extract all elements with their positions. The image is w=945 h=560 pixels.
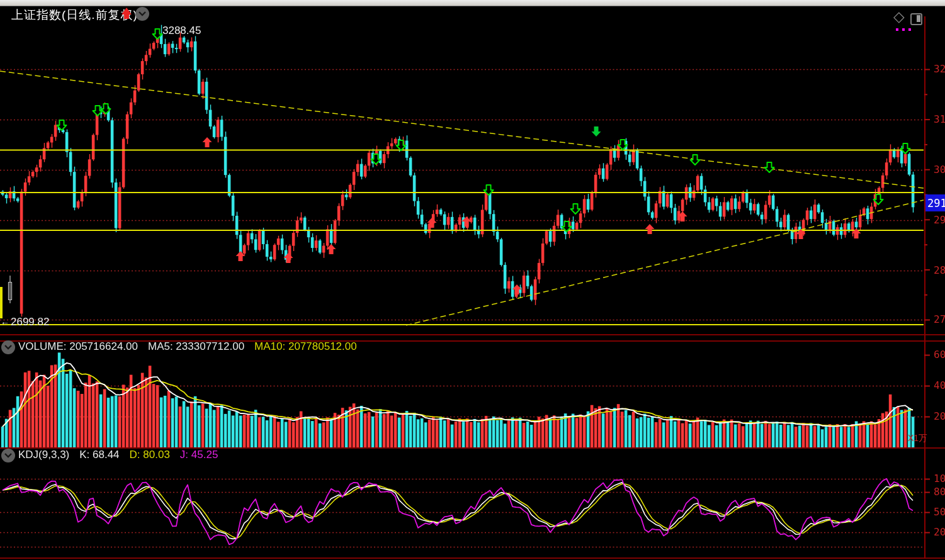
low-price-annotation: 2699.82: [11, 316, 49, 328]
instrument-title: 上证指数(日线.前复权): [11, 7, 138, 23]
kdj-axis-label: 50: [934, 506, 945, 518]
trend-up-arrow-icon: [122, 8, 132, 14]
volume-axis-label: 20000: [934, 410, 945, 422]
kdj-name: KDJ(9,3,3): [18, 449, 69, 461]
low-price-marker-icon: ←: [1, 316, 9, 327]
panel-layout-icon[interactable]: [910, 13, 922, 25]
price-axis-label: 2700: [934, 313, 945, 325]
stock-chart-canvas[interactable]: [0, 0, 945, 560]
volume-ma5-value: MA5: 233307712.00: [148, 340, 244, 353]
price-axis-label: 3000: [934, 164, 945, 176]
chevron-down-icon: [4, 345, 12, 350]
chevron-down-icon: [4, 453, 12, 458]
title-collapse-button[interactable]: [135, 7, 149, 21]
volume-ma10-value: MA10: 207780512.00: [254, 340, 357, 353]
kdj-indicator-header: KDJ(9,3,3) K: 68.44 D: 80.03 J: 45.25: [18, 449, 218, 461]
volume-axis-label: 60000: [934, 349, 945, 361]
price-axis-label: 3200: [934, 63, 945, 75]
last-price-tag: 291: [925, 194, 945, 211]
peak-price-annotation: 3288.45: [162, 25, 201, 37]
volume-unit-label: X1万: [908, 433, 927, 444]
chevron-down-icon: [139, 11, 146, 16]
price-axis-label: 2900: [934, 214, 945, 226]
kdj-d-value: D: 80.03: [130, 449, 170, 461]
kdj-pane-collapse-button[interactable]: [1, 449, 15, 462]
price-axis-label: 2800: [934, 264, 945, 276]
diamond-tool-icon[interactable]: ◇: [893, 9, 905, 24]
volume-axis-label: 40000: [934, 379, 945, 391]
volume-value: VOLUME: 205716624.00: [18, 340, 138, 353]
volume-indicator-header: VOLUME: 205716624.00 MA5: 233307712.00 M…: [18, 340, 357, 353]
kdj-axis-label: 100: [934, 473, 945, 484]
window-titlebar: [0, 0, 945, 6]
kdj-j-value: J: 45.25: [180, 449, 218, 461]
more-options-dots[interactable]: [896, 28, 911, 31]
price-axis-label: 3100: [934, 113, 945, 125]
trading-app-window: { "window": {"title": "上证指数(日线.前复权)"}, "…: [0, 0, 945, 560]
kdj-axis-label: 20: [934, 526, 945, 538]
kdj-k-value: K: 68.44: [79, 449, 119, 461]
kdj-axis-label: 80: [934, 486, 945, 498]
volume-pane-collapse-button[interactable]: [1, 340, 15, 354]
